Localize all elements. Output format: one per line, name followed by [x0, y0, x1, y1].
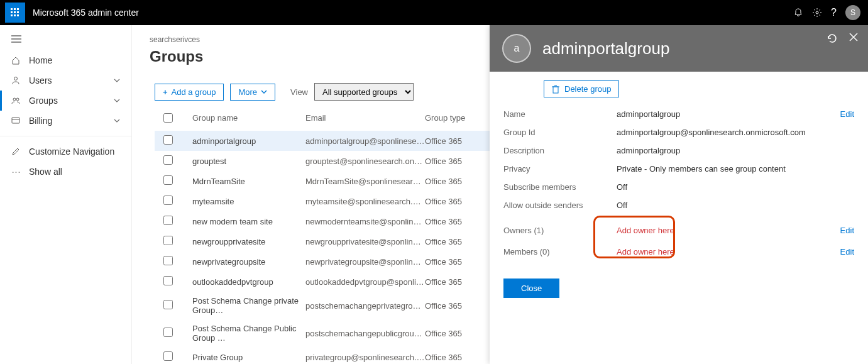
ellipsis-icon: ···	[11, 167, 21, 177]
chevron-down-icon	[114, 79, 120, 82]
column-header-name[interactable]: Group name	[192, 113, 305, 124]
settings-icon[interactable]	[812, 8, 822, 18]
panel-title: adminportalgroup	[542, 39, 669, 58]
field-label: Group Id	[503, 128, 617, 137]
cell-name: adminportalgroup	[192, 136, 305, 146]
nav-billing[interactable]: Billing	[0, 111, 131, 131]
button-label: Add a group	[172, 87, 216, 97]
cell-name: myteamsite	[192, 197, 305, 206]
cell-name: newgroupprivatesite	[192, 237, 305, 246]
nav-toggle-button[interactable]	[0, 33, 131, 50]
user-avatar[interactable]: S	[845, 5, 860, 20]
chevron-down-icon	[261, 90, 267, 94]
cell-email: postschemachangepublicgrouptest…	[305, 329, 425, 338]
svg-rect-2	[17, 8, 19, 10]
edit-icon	[11, 147, 21, 156]
nav-show-all[interactable]: ··· Show all	[0, 162, 131, 182]
field-value: Add owner here	[617, 226, 829, 235]
column-header-email[interactable]: Email	[305, 113, 425, 124]
cell-email: newmodernteamsite@sponlinesearc…	[305, 217, 425, 226]
field-label: Members (0)	[503, 247, 617, 256]
button-label: Delete group	[564, 84, 611, 94]
svg-rect-20	[553, 87, 558, 93]
row-checkbox[interactable]	[163, 135, 173, 145]
cell-email: adminportalgroup@sponlinesearch…	[305, 136, 425, 146]
product-title: Microsoft 365 admin center	[33, 8, 793, 18]
cell-email: postschemachangeprivategrouptes…	[305, 301, 425, 311]
nav-customize[interactable]: Customize Navigation	[0, 141, 131, 162]
cell-name: Post Schema Change private Group…	[192, 296, 305, 315]
field-label: Privacy	[503, 164, 617, 174]
row-checkbox[interactable]	[163, 256, 173, 265]
nav-users[interactable]: Users	[0, 70, 131, 91]
field-name: Name adminportalgroup Edit	[503, 105, 854, 123]
field-label: Allow outside senders	[503, 201, 617, 210]
trash-icon	[552, 85, 559, 94]
groups-icon	[11, 96, 21, 105]
row-checkbox[interactable]	[163, 155, 173, 165]
svg-point-15	[16, 98, 19, 101]
row-checkbox[interactable]	[163, 351, 173, 361]
field-value: adminportalgroup@sponlinesearch.onmicros…	[617, 128, 829, 137]
select-all-checkbox[interactable]	[163, 113, 173, 123]
button-label: More	[238, 87, 257, 97]
field-privacy: Privacy Private - Only members can see g…	[503, 160, 854, 178]
svg-rect-7	[14, 14, 16, 16]
group-avatar: a	[502, 34, 531, 63]
field-value: Off	[617, 201, 829, 210]
row-checkbox[interactable]	[163, 328, 173, 337]
notifications-icon[interactable]	[793, 8, 803, 18]
refresh-icon[interactable]	[827, 33, 838, 44]
row-checkbox[interactable]	[163, 300, 173, 309]
cell-name: Post Schema Change Public Group …	[192, 324, 305, 343]
field-owners: Owners (1) Add owner here Edit	[503, 214, 854, 240]
row-checkbox[interactable]	[163, 196, 173, 205]
svg-rect-16	[12, 118, 19, 123]
home-icon	[11, 56, 21, 65]
field-description: Description adminportalgroup	[503, 141, 854, 160]
row-checkbox[interactable]	[163, 276, 173, 285]
row-checkbox[interactable]	[163, 175, 173, 185]
view-select[interactable]: All supported groups	[314, 83, 414, 101]
cell-email: outlookaddedpvtgroup@sponlinese…	[305, 277, 425, 287]
cell-name: new modern team site	[192, 217, 305, 226]
close-button[interactable]: Close	[503, 279, 559, 298]
cell-email: privategroup@sponlinesearch.onmi…	[305, 353, 425, 362]
nav-groups[interactable]: Groups	[0, 91, 131, 111]
cell-name: outlookaddedpvtgroup	[192, 277, 305, 287]
svg-rect-4	[14, 11, 16, 13]
chevron-down-icon	[114, 99, 120, 102]
field-label: Name	[503, 109, 617, 119]
svg-rect-6	[11, 14, 13, 16]
app-launcher-button[interactable]	[5, 3, 25, 23]
more-button[interactable]: More	[230, 84, 275, 101]
row-checkbox[interactable]	[163, 236, 173, 245]
nav-home[interactable]: Home	[0, 50, 131, 70]
field-group-id: Group Id adminportalgroup@sponlinesearch…	[503, 123, 854, 141]
svg-rect-0	[11, 8, 13, 10]
cell-email: MdrnTeamSite@sponlinesearch.on…	[305, 177, 425, 186]
cell-name: newprivategroupsite	[192, 257, 305, 267]
panel-header: a adminportalgroup	[490, 25, 868, 72]
cell-name: MdrnTeamSite	[192, 177, 305, 186]
edit-link[interactable]: Edit	[829, 226, 854, 235]
svg-point-14	[13, 98, 16, 101]
nav-label: Users	[29, 75, 52, 85]
edit-link[interactable]: Edit	[829, 247, 854, 256]
field-label: Subscribe members	[503, 182, 617, 192]
close-icon[interactable]	[849, 33, 858, 44]
cell-email: newgroupprivatesite@sponlinesear…	[305, 237, 425, 246]
field-members: Members (0) Add owner here Edit	[503, 240, 854, 261]
svg-rect-1	[14, 8, 16, 10]
add-group-button[interactable]: +Add a group	[155, 84, 224, 101]
group-details-panel: a adminportalgroup Delete group Name adm…	[490, 25, 868, 364]
cell-email: grouptest@sponlinesearch.onmicr…	[305, 157, 425, 166]
help-icon[interactable]: ?	[831, 7, 837, 18]
edit-link[interactable]: Edit	[829, 109, 854, 119]
cell-email: newprivategroupsite@sponlinesear…	[305, 257, 425, 267]
delete-group-button[interactable]: Delete group	[544, 80, 619, 97]
row-checkbox[interactable]	[163, 216, 173, 225]
field-value: adminportalgroup	[617, 109, 829, 119]
plus-icon: +	[163, 87, 168, 97]
billing-icon	[11, 117, 21, 124]
